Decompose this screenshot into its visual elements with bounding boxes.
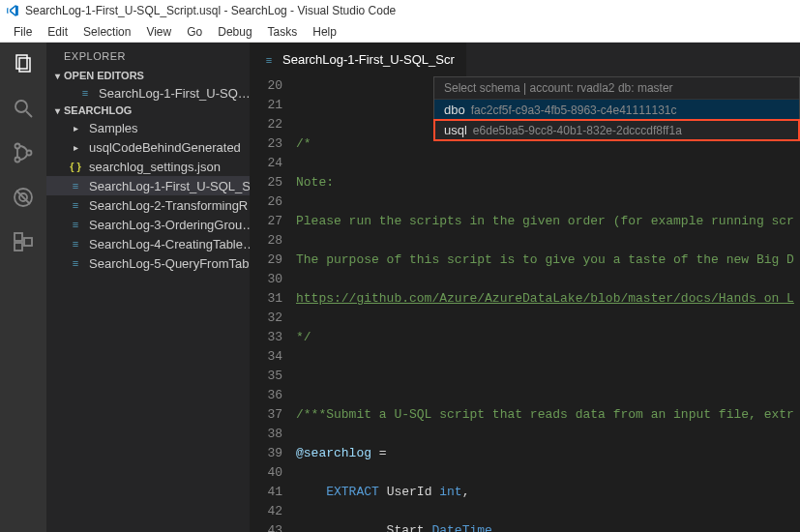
line-number-gutter: 2021222324252627282930313233343536373839… <box>250 76 296 532</box>
menu-help[interactable]: Help <box>305 25 344 39</box>
explorer-icon[interactable] <box>10 50 37 77</box>
menu-debug[interactable]: Debug <box>210 25 259 39</box>
window-title-bar: SearchLog-1-First_U-SQL_Script.usql - Se… <box>0 0 800 21</box>
svg-rect-12 <box>24 238 32 246</box>
open-editors-label: OPEN EDITORS <box>64 70 144 81</box>
chevron-down-icon: ▾ <box>50 105 64 116</box>
menu-bar: File Edit Selection View Go Debug Tasks … <box>0 21 800 43</box>
menu-view[interactable]: View <box>138 25 179 39</box>
file-searchlog-3[interactable]: ≡ SearchLog-3-OrderingGrou… <box>46 215 250 234</box>
svg-rect-0 <box>16 55 27 69</box>
menu-edit[interactable]: Edit <box>40 25 75 39</box>
activity-bar <box>0 43 46 532</box>
folder-codebehind[interactable]: ▸ usqlCodeBehindGenerated <box>46 137 250 157</box>
code-content[interactable]: /* Note: Please run the scripts in the g… <box>296 76 800 532</box>
chevron-right-icon: ▸ <box>68 120 83 135</box>
folder-samples[interactable]: ▸ Samples <box>46 118 250 137</box>
project-header[interactable]: ▾ SEARCHLOG <box>46 103 250 118</box>
menu-tasks[interactable]: Tasks <box>260 25 306 39</box>
explorer-sidebar: EXPLORER ▾ OPEN EDITORS ≡ SearchLog-1-Fi… <box>46 43 250 532</box>
source-control-icon[interactable] <box>10 139 37 166</box>
usql-file-icon: ≡ <box>68 255 83 271</box>
usql-file-icon: ≡ <box>77 85 93 101</box>
usql-file-icon: ≡ <box>261 52 277 68</box>
open-editors-header[interactable]: ▾ OPEN EDITORS <box>46 68 250 83</box>
json-file-icon: { } <box>68 159 83 174</box>
schema-suggest-widget: Select schema | account: rvadla2 db: mas… <box>433 76 800 141</box>
menu-go[interactable]: Go <box>179 25 210 39</box>
debug-icon[interactable] <box>10 184 37 211</box>
project-label: SEARCHLOG <box>64 104 132 116</box>
svg-point-6 <box>27 151 32 156</box>
file-searchlog-1[interactable]: ≡ SearchLog-1-First_U-SQL_S… <box>46 176 250 195</box>
menu-selection[interactable]: Selection <box>75 25 138 39</box>
usql-file-icon: ≡ <box>68 236 83 251</box>
usql-file-icon: ≡ <box>68 217 83 232</box>
svg-rect-11 <box>15 243 22 251</box>
suggest-item-usql[interactable]: usql e6de5ba5-9cc8-40b1-832e-2dcccdf8ff1… <box>434 120 799 140</box>
code-editor[interactable]: 2021222324252627282930313233343536373839… <box>250 76 800 532</box>
svg-point-5 <box>15 158 20 163</box>
editor-tab-bar: ≡ SearchLog-1-First_U-SQL_Scr <box>250 43 800 76</box>
svg-rect-1 <box>19 58 30 72</box>
open-editor-item[interactable]: ≡ SearchLog-1-First_U-SQ… <box>46 83 250 103</box>
window-title: SearchLog-1-First_U-SQL_Script.usql - Se… <box>25 4 396 17</box>
file-searchlog-4[interactable]: ≡ SearchLog-4-CreatingTable… <box>46 234 250 253</box>
usql-file-icon: ≡ <box>68 178 83 193</box>
sidebar-title: EXPLORER <box>46 43 250 68</box>
usql-file-icon: ≡ <box>68 197 83 213</box>
search-icon[interactable] <box>10 95 37 122</box>
svg-point-4 <box>15 144 20 149</box>
extensions-icon[interactable] <box>10 228 37 255</box>
svg-rect-10 <box>15 233 22 241</box>
tab-label: SearchLog-1-First_U-SQL_Scr <box>282 52 455 67</box>
vscode-logo-icon <box>6 4 19 17</box>
file-settings-json[interactable]: { } searchlog_settings.json <box>46 157 250 176</box>
editor-area: ≡ SearchLog-1-First_U-SQL_Scr Select sch… <box>250 43 800 532</box>
svg-line-3 <box>26 111 32 117</box>
menu-file[interactable]: File <box>6 25 40 39</box>
editor-tab-active[interactable]: ≡ SearchLog-1-First_U-SQL_Scr <box>250 43 467 76</box>
file-searchlog-2[interactable]: ≡ SearchLog-2-TransformingR… <box>46 195 250 215</box>
svg-point-2 <box>15 101 27 112</box>
suggest-item-dbo[interactable]: dbo fac2cf5f-c9a3-4fb5-8963-c4e41111131c <box>434 100 799 120</box>
chevron-down-icon: ▾ <box>50 71 64 81</box>
suggest-header: Select schema | account: rvadla2 db: mas… <box>434 77 799 100</box>
open-editor-name: SearchLog-1-First_U-SQ… <box>99 86 250 101</box>
file-searchlog-5[interactable]: ≡ SearchLog-5-QueryFromTab… <box>46 253 250 273</box>
chevron-right-icon: ▸ <box>68 139 83 155</box>
